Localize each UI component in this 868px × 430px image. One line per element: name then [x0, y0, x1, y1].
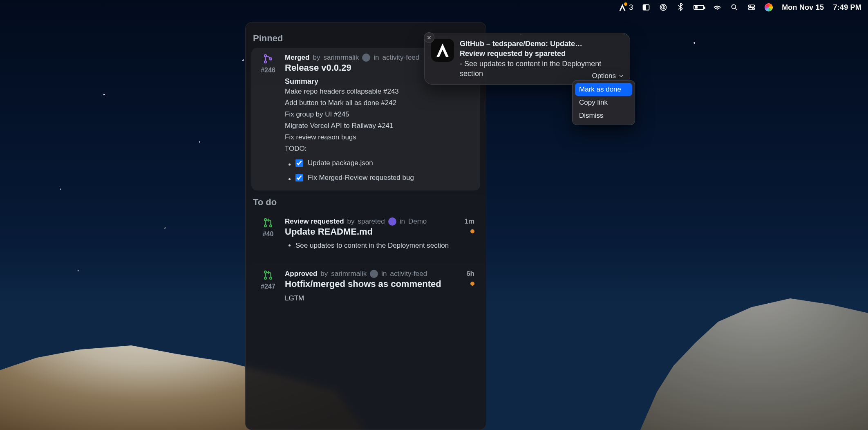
options-menu: Mark as done Copy link Dismiss	[572, 80, 635, 125]
search-icon	[730, 3, 738, 11]
section-todo-title: To do	[246, 194, 486, 212]
todo-text: Update package.json	[308, 157, 373, 169]
pr-repo[interactable]: activity-feed	[383, 54, 420, 62]
macos-menubar: 3 Mon Nov 15 7:49 PM	[0, 0, 868, 15]
summary-line: Make repo headers collapsable #243	[285, 86, 474, 97]
svg-point-9	[752, 8, 754, 9]
todo-header: Review requested by spareted in Demo 1m	[285, 217, 474, 226]
menubar-app-item[interactable]: 3	[618, 3, 633, 12]
svg-point-17	[264, 277, 266, 279]
todo-checkbox[interactable]	[295, 174, 303, 181]
toast-subtitle: Review requested by spareted	[460, 49, 623, 58]
menu-item-mark-as-done[interactable]: Mark as done	[575, 83, 632, 96]
app-badge-count: 3	[629, 3, 633, 12]
svg-point-13	[264, 219, 266, 221]
summary-line: Migrate Vercel API to Railway #241	[285, 120, 474, 132]
window-split-icon	[642, 3, 650, 11]
todo-card[interactable]: #40 Review requested by spareted in Demo…	[251, 212, 480, 258]
menubar-onepassword-item[interactable]	[659, 3, 667, 11]
svg-point-18	[270, 277, 272, 279]
bluetooth-icon	[676, 3, 685, 11]
pr-author[interactable]: spareted	[358, 217, 385, 226]
by-label: by	[320, 270, 328, 278]
pr-open-icon	[263, 270, 273, 280]
pr-title[interactable]: Update README.md	[285, 226, 373, 237]
menubar-time: 7:49 PM	[833, 3, 861, 12]
menubar-battery-item[interactable]	[694, 5, 704, 10]
unread-dot-icon	[470, 282, 474, 286]
svg-rect-4	[663, 6, 664, 9]
unread-dot-icon	[470, 229, 474, 233]
todo-bullet: See updates to content in the Deployment…	[295, 240, 474, 252]
control-center-icon	[747, 3, 756, 11]
svg-point-11	[264, 61, 266, 63]
svg-point-10	[264, 55, 266, 57]
summary-body: Make repo headers collapsable #243 Add b…	[285, 86, 474, 155]
pr-id: #246	[261, 67, 275, 74]
menubar-siri-item[interactable]	[765, 3, 773, 11]
close-button[interactable]	[424, 32, 434, 43]
summary-line: Fix review reason bugs	[285, 132, 474, 143]
svg-point-7	[749, 5, 751, 7]
menubar-date: Mon Nov 15	[782, 3, 824, 12]
todo-body: LGTM	[285, 293, 474, 304]
todo-checkbox[interactable]	[295, 159, 303, 167]
notification-dot-icon	[624, 2, 627, 6]
in-label: in	[381, 270, 387, 278]
options-button[interactable]: Options	[592, 72, 624, 80]
menubar-control-center-item[interactable]	[747, 3, 756, 11]
menubar-window-item[interactable]	[642, 3, 650, 11]
pr-repo[interactable]: Demo	[408, 217, 427, 226]
menu-item-dismiss[interactable]: Dismiss	[575, 109, 632, 122]
pr-status: Merged	[285, 54, 309, 62]
menubar-clock[interactable]: Mon Nov 15 7:49 PM	[782, 3, 861, 12]
app-logo-icon	[434, 42, 451, 58]
todo-header: Approved by sarimrmalik in activity-feed…	[285, 270, 474, 278]
menubar-bluetooth-item[interactable]	[676, 3, 685, 11]
summary-line: Fix group by UI #245	[285, 109, 474, 120]
siri-icon	[765, 3, 773, 11]
menu-item-copy-link[interactable]: Copy link	[575, 96, 632, 109]
time-ago: 1m	[464, 217, 474, 226]
summary-line: Add button to Mark all as done #242	[285, 97, 474, 109]
close-icon	[426, 35, 432, 40]
pr-id: #40	[263, 231, 274, 238]
avatar[interactable]	[388, 217, 396, 226]
chevron-down-icon	[618, 73, 624, 79]
pr-repo[interactable]: activity-feed	[390, 270, 427, 278]
pr-author[interactable]: sarimrmalik	[331, 270, 367, 278]
summary-line: TODO:	[285, 143, 474, 155]
pr-author[interactable]: sarimrmalik	[323, 54, 359, 62]
svg-rect-8	[749, 8, 755, 10]
wifi-icon	[713, 3, 721, 11]
options-label: Options	[592, 72, 616, 80]
todo-card[interactable]: #247 Approved by sarimrmalik in activity…	[251, 264, 480, 311]
menubar-spotlight-item[interactable]	[730, 3, 738, 11]
avatar[interactable]	[370, 270, 378, 278]
pr-open-icon	[263, 217, 273, 228]
by-label: by	[313, 54, 320, 62]
in-label: in	[374, 54, 379, 62]
notification-toast[interactable]: GitHub – tedspare/Demo: Update… Review r…	[424, 33, 630, 85]
in-label: in	[400, 217, 405, 226]
pr-id: #247	[261, 283, 275, 290]
onepassword-icon	[659, 3, 667, 11]
pr-status: Review requested	[285, 217, 344, 226]
svg-point-16	[264, 271, 266, 273]
toast-app-icon	[431, 39, 454, 62]
time-ago: 6h	[466, 270, 474, 278]
svg-point-15	[270, 225, 272, 227]
svg-point-14	[264, 225, 266, 227]
pr-status: Approved	[285, 270, 317, 278]
by-label: by	[347, 217, 355, 226]
menubar-wifi-item[interactable]	[713, 3, 721, 11]
svg-rect-6	[749, 5, 755, 7]
pr-merged-icon	[263, 54, 273, 64]
todo-bullets: See updates to content in the Deployment…	[285, 240, 474, 252]
todo-text: Fix Merged-Review requested bug	[308, 172, 414, 184]
avatar[interactable]	[362, 54, 370, 62]
todo-checklist: Update package.json Fix Merged-Review re…	[285, 157, 474, 184]
svg-point-5	[732, 4, 736, 9]
pr-title[interactable]: Hotfix/merged shows as commented	[285, 279, 441, 289]
svg-rect-1	[643, 4, 647, 10]
